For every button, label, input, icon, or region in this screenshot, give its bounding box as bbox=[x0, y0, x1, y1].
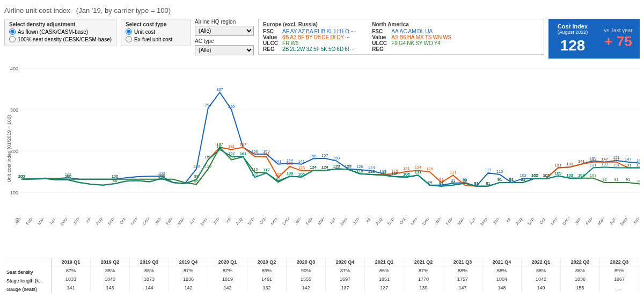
code-WO[interactable]: WO bbox=[423, 40, 433, 46]
code-TS[interactable]: TS bbox=[425, 34, 432, 40]
code-Y4[interactable]: Y4 bbox=[434, 40, 441, 46]
cost-index-label: Cost index bbox=[555, 23, 590, 30]
code-AY[interactable]: AY bbox=[290, 28, 297, 34]
table-cell: 1836 bbox=[561, 275, 600, 284]
data-label: 127 bbox=[345, 164, 352, 169]
data-label: 91 bbox=[603, 177, 607, 182]
code-BA[interactable]: BA bbox=[306, 28, 313, 34]
y-tick-400: 400 bbox=[10, 66, 18, 71]
code-6B[interactable]: 6B bbox=[282, 34, 289, 40]
code-DY[interactable]: DY bbox=[336, 34, 344, 40]
code-BY[interactable]: BY bbox=[305, 34, 312, 40]
table-cell: 89% bbox=[600, 266, 639, 275]
code-G4[interactable]: G4 bbox=[399, 40, 406, 46]
code-BF[interactable]: BF bbox=[298, 34, 305, 40]
code-WS[interactable]: WS bbox=[443, 34, 451, 40]
x-label: Oct- bbox=[119, 216, 127, 226]
line-blue bbox=[21, 92, 640, 186]
data-label: 117 bbox=[485, 168, 492, 172]
data-label: 147 bbox=[625, 157, 632, 162]
table-cell: 139 bbox=[404, 284, 443, 292]
code-AA[interactable]: AA bbox=[391, 28, 398, 34]
code-3Z[interactable]: 3Z bbox=[306, 46, 312, 52]
data-label: 86 bbox=[194, 179, 199, 184]
code-WN[interactable]: WN bbox=[433, 34, 442, 40]
code-DI[interactable]: DI bbox=[330, 34, 335, 40]
code-6D[interactable]: 6D bbox=[336, 46, 343, 52]
europe-reg-more[interactable]: ··· bbox=[350, 46, 355, 52]
north-america-header: North America bbox=[372, 21, 451, 27]
code-B6[interactable]: B6 bbox=[400, 34, 406, 40]
code-KL[interactable]: KL bbox=[327, 28, 333, 34]
data-label: 124 bbox=[310, 165, 317, 170]
code-AM[interactable]: AM bbox=[408, 28, 416, 34]
as-flown-option[interactable]: As flown (CASK/CASM-base) bbox=[9, 28, 112, 35]
europe-fsc-label: FSC bbox=[263, 28, 279, 34]
ac-type-select[interactable]: (Alle) bbox=[195, 45, 254, 55]
code-IB[interactable]: IB bbox=[320, 28, 325, 34]
x-label: May- bbox=[480, 216, 489, 227]
x-label: Mar- bbox=[177, 216, 186, 226]
code-F9[interactable]: F9 bbox=[391, 40, 398, 46]
ex-fuel-option[interactable]: Ex-fuel unit cost bbox=[126, 36, 186, 42]
code-5F[interactable]: 5F bbox=[313, 46, 320, 52]
data-label: 131 bbox=[625, 163, 632, 168]
code-NK[interactable]: NK bbox=[407, 40, 414, 46]
vs-label: vs. last year bbox=[603, 27, 633, 33]
code-AS[interactable]: AS bbox=[391, 34, 398, 40]
airline-types-panel: Europe (excl. Russia) FSC AF AY AZ BA EI… bbox=[258, 19, 544, 55]
code-SY[interactable]: SY bbox=[415, 40, 422, 46]
code-UA[interactable]: UA bbox=[425, 28, 433, 34]
code-2L[interactable]: 2L bbox=[290, 46, 296, 52]
code-6I[interactable]: 6I bbox=[345, 46, 349, 52]
code-AZ[interactable]: AZ bbox=[298, 28, 305, 34]
data-label: 144 bbox=[636, 158, 640, 163]
code-A3[interactable]: A3 bbox=[290, 34, 296, 40]
unit-cost-option[interactable]: Unit cost bbox=[126, 28, 186, 35]
table-cell: 88% bbox=[91, 266, 130, 275]
code-2B[interactable]: 2B bbox=[282, 46, 289, 52]
vs-value: + 75 bbox=[603, 33, 633, 50]
europe-value-more[interactable]: ··· bbox=[345, 34, 349, 40]
table-cell: 1461 bbox=[247, 275, 287, 284]
x-label: Feb- bbox=[305, 216, 314, 226]
data-label: 141 bbox=[275, 159, 282, 164]
quarter-header: 2022 Q3 bbox=[600, 258, 639, 266]
data-label: 133 bbox=[602, 162, 609, 166]
europe-region: Europe (excl. Russia) FSC AF AY AZ BA EI… bbox=[263, 21, 355, 52]
code-DE[interactable]: DE bbox=[321, 34, 329, 40]
x-label: May- bbox=[619, 216, 629, 227]
chart-area: Unit cost index (01/2019 = 100) 400 300 … bbox=[4, 63, 640, 258]
code-EI[interactable]: EI bbox=[314, 28, 319, 34]
code-AF[interactable]: AF bbox=[282, 28, 289, 34]
code-5O[interactable]: 5O bbox=[328, 46, 335, 52]
code-LH[interactable]: LH bbox=[334, 28, 341, 34]
code-D8[interactable]: D8 bbox=[314, 34, 321, 40]
data-label: 128 bbox=[205, 164, 212, 169]
code-W6[interactable]: W6 bbox=[290, 40, 298, 46]
data-label: 294 bbox=[205, 103, 212, 107]
seat-density-option[interactable]: 100% seat density (CESK/CESM-base) bbox=[9, 36, 112, 42]
code-MX[interactable]: MX bbox=[416, 34, 424, 40]
table-cell: 132 bbox=[247, 284, 287, 292]
code-LO[interactable]: LO bbox=[342, 28, 349, 34]
code-5K[interactable]: 5K bbox=[321, 46, 327, 52]
x-label: Aug- bbox=[515, 216, 524, 226]
data-label: 81 bbox=[474, 181, 479, 186]
code-2W[interactable]: 2W bbox=[297, 46, 305, 52]
europe-fsc-more[interactable]: ··· bbox=[350, 28, 355, 34]
data-label: 102 bbox=[158, 173, 165, 178]
code-DL[interactable]: DL bbox=[417, 28, 424, 34]
code-HA[interactable]: HA bbox=[407, 34, 415, 40]
code-AC[interactable]: AC bbox=[400, 28, 407, 34]
quarter-header: 2021 Q4 bbox=[482, 258, 522, 266]
x-label: Apr- bbox=[609, 216, 617, 226]
table-cell: 87% bbox=[404, 266, 443, 275]
table-cell: 1836 bbox=[169, 275, 208, 284]
table-cell: 148 bbox=[482, 284, 522, 292]
data-label: 111 bbox=[415, 170, 422, 175]
data-label: 131 bbox=[590, 163, 597, 168]
code-FR[interactable]: FR bbox=[282, 40, 289, 46]
hq-region-select[interactable]: (Alle) bbox=[195, 26, 254, 36]
gauge-row-label: Gauge (seats) bbox=[4, 285, 51, 294]
